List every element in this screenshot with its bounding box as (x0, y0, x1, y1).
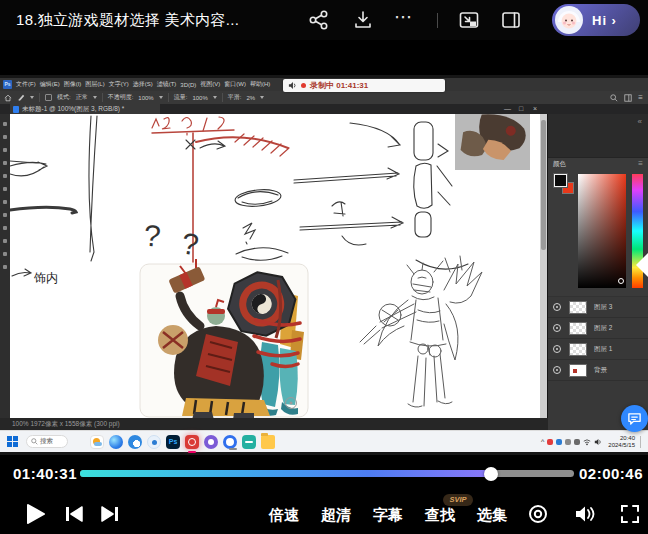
mode-value[interactable]: 正常 (76, 93, 88, 102)
watch-record-button[interactable] (528, 504, 548, 524)
play-button[interactable] (24, 503, 46, 525)
caret-icon[interactable] (30, 96, 34, 99)
download-icon[interactable] (352, 9, 374, 31)
show-desktop-button[interactable] (640, 436, 644, 448)
canvas-note-text: 饰内 (33, 271, 58, 285)
layer-row[interactable]: 背景 (548, 360, 648, 381)
layer-thumbnail[interactable] (569, 364, 587, 377)
photoshop-toolbar[interactable] (0, 114, 10, 418)
user-avatar[interactable]: Hi › (552, 4, 640, 36)
photoshop-taskbar-icon[interactable]: Ps (166, 435, 180, 449)
panel-collapse-icon[interactable]: « (638, 117, 642, 126)
chat-fab-button[interactable] (621, 405, 648, 432)
home-icon[interactable] (4, 94, 12, 102)
app-icon[interactable] (242, 435, 256, 449)
photoshop-canvas[interactable]: ? ? 饰内 (10, 114, 540, 418)
fullscreen-button[interactable] (620, 504, 640, 524)
workspace-icon[interactable] (624, 94, 632, 102)
menu-window[interactable]: 窗口(W) (224, 80, 246, 89)
caret-icon[interactable] (159, 96, 163, 99)
menu-select[interactable]: 选择(S) (133, 80, 153, 89)
tray-keyboard-icon[interactable] (574, 439, 580, 445)
more-icon[interactable]: ⋯ (394, 6, 412, 28)
menu-file[interactable]: 文件(F) (16, 80, 36, 89)
foreground-color-swatch[interactable] (554, 174, 567, 187)
layer-visibility-icon[interactable] (553, 366, 561, 374)
layer-thumbnail[interactable] (569, 343, 587, 356)
tray-app-icon[interactable] (547, 439, 553, 445)
menu-view[interactable]: 视图(V) (200, 80, 220, 89)
window-close-icon[interactable]: × (533, 105, 537, 112)
caret-icon[interactable] (213, 96, 217, 99)
tray-app-icon[interactable] (556, 439, 562, 445)
search-icon[interactable] (610, 94, 618, 102)
weather-widget-icon[interactable] (90, 435, 104, 449)
volume-icon[interactable] (594, 438, 602, 446)
taskbar-search[interactable]: 搜索 (26, 435, 68, 448)
wifi-icon[interactable] (583, 438, 591, 446)
edge-browser-icon[interactable] (109, 435, 123, 449)
windows-start-icon[interactable] (7, 436, 19, 448)
layer-row[interactable]: 图层 2 (548, 318, 648, 339)
subtitles-button[interactable]: 字幕 (366, 506, 410, 525)
panel-menu-icon[interactable]: ≡ (638, 94, 643, 102)
hue-slider-marker[interactable] (636, 252, 648, 278)
find-button[interactable]: 查找 (418, 506, 462, 525)
layer-visibility-icon[interactable] (553, 303, 561, 311)
layer-row[interactable]: 图层 1 (548, 339, 648, 360)
scrollbar-thumb[interactable] (541, 120, 546, 250)
canvas-scrollbar[interactable] (540, 114, 547, 418)
file-explorer-icon[interactable] (261, 435, 275, 449)
menu-edit[interactable]: 编辑(E) (40, 80, 60, 89)
episodes-button[interactable]: 选集 (470, 506, 514, 525)
menu-filter[interactable]: 滤镜(T) (157, 80, 177, 89)
opacity-value[interactable]: 100% (138, 95, 153, 101)
caret-icon[interactable] (260, 96, 264, 99)
clock-app-icon[interactable] (204, 435, 218, 449)
taskbar-clock[interactable]: 20:40 2024/5/15 (608, 435, 635, 449)
brush-preview-icon[interactable] (45, 94, 52, 101)
flow-value[interactable]: 100% (192, 95, 207, 101)
saturation-brightness-field[interactable] (578, 174, 626, 288)
mini-player-icon[interactable] (500, 9, 522, 31)
layer-visibility-icon[interactable] (553, 345, 561, 353)
color-panel-menu-icon[interactable]: ≡ (638, 159, 643, 168)
app-icon[interactable] (128, 435, 142, 449)
next-episode-button[interactable] (100, 505, 120, 523)
recording-indicator[interactable]: 录制中 01:41:31 (283, 79, 445, 92)
progress-handle[interactable] (484, 467, 498, 481)
caret-icon[interactable] (93, 96, 97, 99)
app-icon[interactable] (223, 435, 237, 449)
quality-button[interactable]: 超清 (314, 506, 358, 525)
menu-help[interactable]: 帮助(H) (250, 80, 270, 89)
previous-episode-button[interactable] (64, 505, 84, 523)
document-tab[interactable]: 未标题-1 @ 100%(图层 3, RGB/8) * (10, 104, 160, 114)
tray-expand-icon[interactable]: ^ (541, 438, 544, 445)
volume-button[interactable] (574, 504, 596, 524)
layer-thumbnail[interactable] (569, 301, 587, 314)
progress-bar[interactable] (80, 470, 574, 477)
mode-label: 模式: (57, 93, 71, 102)
layer-row[interactable]: 图层 3 (548, 297, 648, 318)
smooth-value[interactable]: 2% (246, 95, 255, 101)
speed-button[interactable]: 倍速 (262, 506, 306, 525)
color-field-marker[interactable] (618, 278, 624, 284)
layer-thumbnail[interactable] (569, 322, 587, 335)
menu-type[interactable]: 文字(Y) (109, 80, 129, 89)
window-maximize-icon[interactable]: □ (519, 105, 523, 112)
window-minimize-icon[interactable]: — (504, 105, 511, 112)
menu-3d[interactable]: 3D(D) (180, 82, 196, 88)
layer-visibility-icon[interactable] (553, 324, 561, 332)
question-mark-annotation: ? (179, 226, 201, 261)
video-frame[interactable]: Ps 文件(F) 编辑(E) 图像(I) 图层(L) 文字(Y) 选择(S) 滤… (0, 75, 648, 455)
menu-image[interactable]: 图像(I) (64, 80, 82, 89)
tray-pen-icon[interactable] (565, 439, 571, 445)
menu-layer[interactable]: 图层(L) (85, 80, 104, 89)
recorder-app-icon[interactable] (185, 435, 199, 449)
share-icon[interactable] (308, 9, 330, 31)
system-tray[interactable]: ^ 20:40 2024/5/15 (541, 435, 648, 449)
picture-in-picture-icon[interactable] (458, 9, 480, 31)
brush-tool-icon[interactable] (17, 94, 25, 102)
app-icon[interactable] (147, 435, 161, 449)
video-player-app: 18.独立游戏题材选择 美术内容... ⋯ (0, 0, 648, 534)
